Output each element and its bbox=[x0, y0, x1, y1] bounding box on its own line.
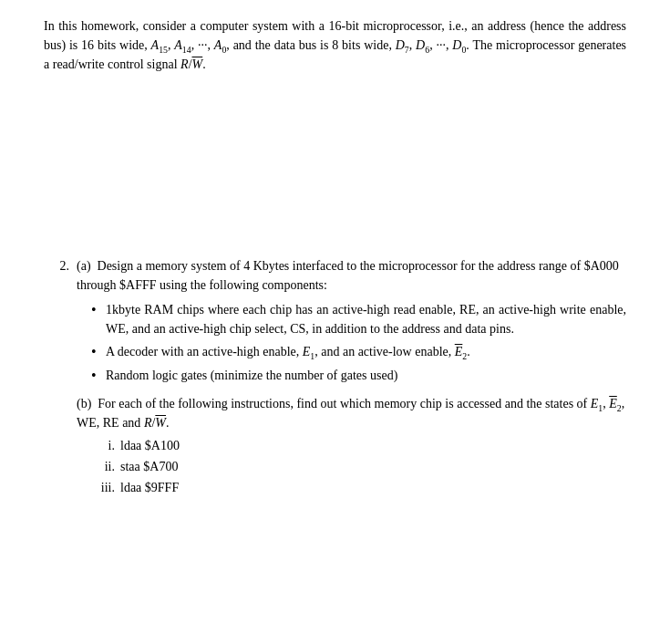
bullet-item-1: • 1kbyte RAM chips where each chip has a… bbox=[91, 300, 626, 338]
bullet-text-1: 1kbyte RAM chips where each chip has an … bbox=[106, 300, 626, 338]
bullet-list: • 1kbyte RAM chips where each chip has a… bbox=[91, 300, 626, 387]
roman-numeral-2: ii. bbox=[95, 457, 120, 476]
bullet-text-2: A decoder with an active-high enable, E1… bbox=[106, 342, 626, 361]
bullet-item-2: • A decoder with an active-high enable, … bbox=[91, 342, 626, 362]
roman-item-1: i. ldaa $A100 bbox=[95, 436, 626, 455]
bullet-dot-1: • bbox=[91, 300, 106, 320]
bullet-dot-2: • bbox=[91, 342, 106, 362]
part-b-label: (b) bbox=[77, 397, 95, 410]
roman-item-2: ii. staa $A700 bbox=[95, 457, 626, 476]
part-b: (b) For each of the following instructio… bbox=[77, 394, 626, 497]
intro-paragraph: In this homework, consider a computer sy… bbox=[44, 16, 626, 74]
roman-list: i. ldaa $A100 ii. staa $A700 iii. ldaa $… bbox=[95, 436, 626, 497]
roman-numeral-1: i. bbox=[95, 436, 120, 455]
problem-content: (a) Design a memory system of 4 Kbytes i… bbox=[77, 256, 626, 504]
part-a: (a) Design a memory system of 4 Kbytes i… bbox=[77, 256, 626, 387]
part-a-text: Design a memory system of 4 Kbytes inter… bbox=[77, 259, 619, 292]
problem-2: 2. (a) Design a memory system of 4 Kbyte… bbox=[44, 256, 626, 504]
part-a-label: (a) bbox=[77, 259, 94, 273]
problems-section: 2. (a) Design a memory system of 4 Kbyte… bbox=[44, 256, 626, 504]
spacer bbox=[44, 74, 626, 256]
roman-text-1: ldaa $A100 bbox=[120, 436, 180, 455]
bullet-dot-3: • bbox=[91, 366, 106, 386]
roman-numeral-3: iii. bbox=[95, 478, 120, 497]
bullet-item-3: • Random logic gates (minimize the numbe… bbox=[91, 366, 626, 386]
problem-number: 2. bbox=[44, 256, 77, 275]
part-b-text: For each of the following instructions, … bbox=[77, 397, 624, 430]
roman-item-3: iii. ldaa $9FFF bbox=[95, 478, 626, 497]
roman-text-2: staa $A700 bbox=[120, 457, 178, 476]
bullet-text-3: Random logic gates (minimize the number … bbox=[106, 366, 626, 385]
roman-text-3: ldaa $9FFF bbox=[120, 478, 179, 497]
